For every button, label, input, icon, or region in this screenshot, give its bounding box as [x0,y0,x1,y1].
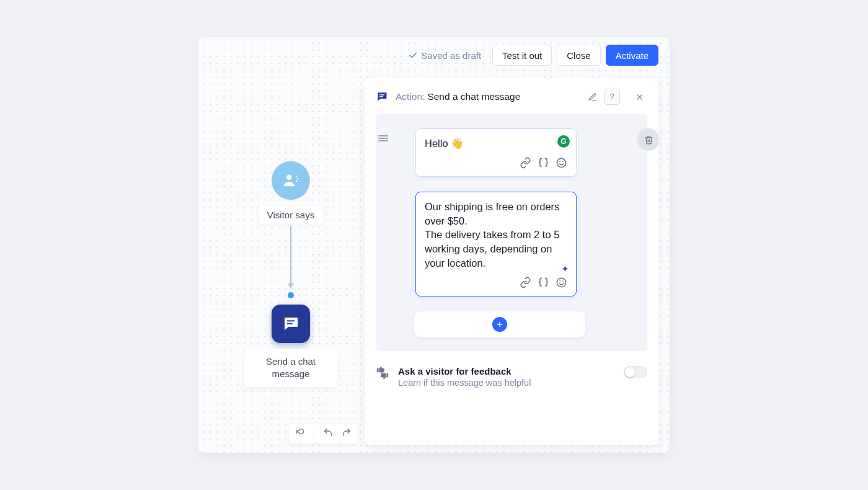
redo-icon [342,427,352,437]
delete-message-button[interactable] [637,128,658,151]
insert-link-button[interactable] [520,157,531,171]
insert-variable-button[interactable] [538,157,549,171]
reset-view-button[interactable] [295,427,305,440]
person-speaking-icon [281,171,301,190]
svg-rect-7 [379,96,383,97]
flow-diagram: Visitor says Send a chat message [238,161,343,387]
message-toolbar [425,157,567,171]
drag-handle-icon [378,135,388,142]
emoji-icon [556,277,567,288]
svg-point-2 [297,178,299,180]
message-editor-area: Hello 👋 G Our [376,114,647,351]
grammarly-badge[interactable]: G [555,133,572,150]
feedback-toggle-row: Ask a visitor for feedback Learn if this… [365,359,658,388]
svg-point-0 [286,174,292,180]
plus-circle-icon [492,317,507,332]
message-block: Our shipping is free on orders over $50.… [393,192,630,296]
svg-point-16 [557,278,565,287]
undo-icon [323,427,333,437]
help-button[interactable]: ? [604,89,620,105]
edit-action-button[interactable] [584,89,600,105]
message-text[interactable]: Our shipping is free on orders over $50.… [425,200,567,270]
feedback-subtitle: Learn if this message was helpful [398,378,531,388]
reset-icon [295,427,305,437]
toolbar-divider [314,428,314,439]
top-action-bar: Saved as draft Test it out Close Activat… [409,45,658,66]
braces-icon [538,277,549,288]
chatbot-builder-window: Saved as draft Test it out Close Activat… [198,37,670,453]
message-text[interactable]: Hello 👋 [425,136,567,151]
svg-rect-4 [287,320,295,321]
braces-icon [538,157,549,169]
message-toolbar [425,277,567,291]
link-icon [520,277,531,288]
question-mark-icon: ? [610,92,614,101]
canvas-history-toolbar [289,424,358,443]
close-button[interactable]: Close [557,45,600,66]
thumbs-up-down-icon [376,366,389,380]
insert-link-button[interactable] [520,277,531,291]
svg-point-3 [296,180,298,182]
link-icon [520,157,531,169]
check-icon [409,51,417,60]
close-icon [635,92,644,102]
action-title: Send a chat message [427,91,520,102]
chat-bubble-icon [281,314,300,333]
svg-point-1 [296,176,298,177]
message-block: Hello 👋 G [393,128,630,177]
plus-icon [496,321,503,328]
drag-handle[interactable] [378,133,388,145]
svg-rect-5 [287,323,293,324]
send-chat-message-node[interactable] [272,305,310,343]
add-message-button[interactable] [414,311,585,337]
connector-endpoint-dot [288,292,294,298]
emoji-icon [556,157,567,169]
saved-status: Saved as draft [409,50,481,61]
message-card[interactable]: Our shipping is free on orders over $50.… [414,192,578,296]
add-inline-icon: ✦ [562,264,569,274]
chat-bubble-icon [376,91,388,103]
toggle-knob [625,367,635,377]
grammarly-icon: G [557,135,570,148]
close-panel-button[interactable] [631,89,647,105]
redo-button[interactable] [342,427,352,440]
insert-emoji-button[interactable] [556,277,567,291]
activate-button[interactable]: Activate [606,45,658,66]
visitor-says-node-label: Visitor says [259,206,323,224]
feedback-toggle[interactable] [624,366,647,378]
message-card[interactable]: Hello 👋 G [414,128,578,177]
svg-point-13 [557,158,565,167]
svg-rect-6 [379,94,384,95]
action-editor-panel: Action: Send a chat message ? [365,78,658,445]
saved-status-label: Saved as draft [421,50,481,61]
thumbs-icon [376,366,389,382]
pencil-icon [588,92,597,102]
panel-header: Action: Send a chat message ? [365,78,658,114]
undo-button[interactable] [323,427,333,440]
action-prefix-label: Action: [396,91,425,102]
send-chat-message-node-label: Send a chat message [244,349,337,387]
visitor-says-node[interactable] [272,161,310,200]
arrow-down-icon [288,283,294,288]
insert-emoji-button[interactable] [556,157,567,171]
trash-icon [644,135,653,145]
flow-connector-line [290,226,291,288]
test-it-out-button[interactable]: Test it out [492,45,552,66]
insert-variable-button[interactable] [538,277,549,291]
feedback-title: Ask a visitor for feedback [398,366,531,376]
